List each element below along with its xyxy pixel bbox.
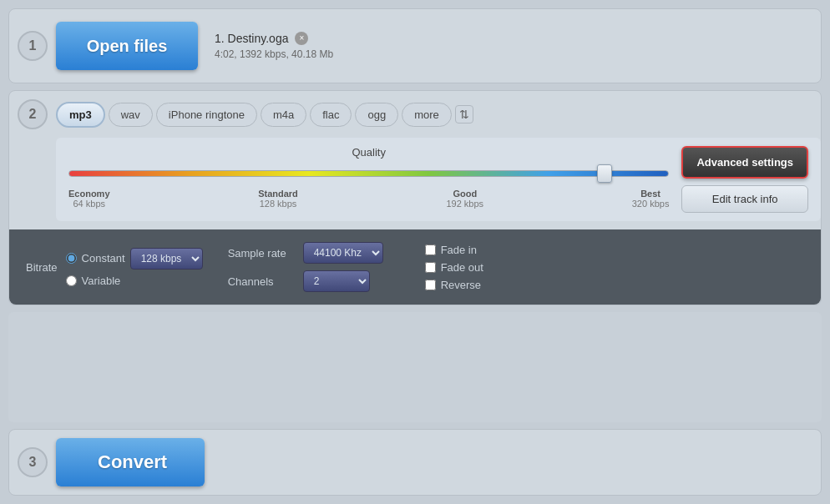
variable-radio[interactable] (66, 275, 77, 286)
section-2: 2 mp3 wav iPhone ringtone m4a flac ogg m… (8, 90, 822, 305)
variable-label: Variable (82, 275, 121, 287)
tab-more[interactable]: more (402, 103, 452, 127)
file-close-button[interactable]: × (295, 32, 308, 45)
quality-markers: Economy 64 kbps Standard 128 kbps Good 1… (68, 189, 669, 209)
fade-in-row: Fade in (425, 244, 483, 256)
channels-label: Channels (228, 275, 295, 288)
marker-good: Good 192 kbps (446, 189, 483, 209)
edit-track-button[interactable]: Edit track info (681, 185, 808, 213)
effects-section: Fade in Fade out Reverse (425, 244, 483, 291)
marker-standard-kbps: 128 kbps (258, 199, 298, 209)
marker-economy: Economy 64 kbps (68, 189, 110, 209)
slider-track (68, 170, 669, 177)
slider-thumb[interactable] (597, 164, 612, 183)
step-2-number: 2 (18, 99, 48, 129)
quality-slider-area: Quality Economy 64 kbps Standard 128 kbp… (68, 146, 669, 209)
sample-rate-dropdown[interactable]: 44100 Khz 22050 Khz 48000 Khz (303, 242, 383, 264)
advanced-panel: Bitrate Constant 128 kbps 64 kbps 192 kb… (9, 229, 821, 305)
fade-in-checkbox[interactable] (425, 244, 436, 255)
marker-best-label: Best (632, 189, 670, 199)
advanced-settings-button[interactable]: Advanced settings (681, 146, 808, 179)
quality-slider-container (68, 165, 669, 182)
tab-mp3[interactable]: mp3 (56, 102, 105, 128)
marker-good-label: Good (446, 189, 483, 199)
sample-rate-section: Sample rate 44100 Khz 22050 Khz 48000 Kh… (228, 242, 383, 292)
constant-row: Constant 128 kbps 64 kbps 192 kbps 320 k… (66, 248, 203, 270)
fade-out-row: Fade out (425, 261, 483, 274)
format-tabs: mp3 wav iPhone ringtone m4a flac ogg mor… (56, 93, 821, 136)
section-1: 1 Open files 1. Destiny.oga × 4:02, 1392… (8, 8, 822, 83)
bitrate-dropdown[interactable]: 128 kbps 64 kbps 192 kbps 320 kbps (130, 248, 203, 270)
marker-best-kbps: 320 kbps (632, 199, 670, 209)
tab-flac[interactable]: flac (310, 103, 352, 127)
section-2-header: 2 mp3 wav iPhone ringtone m4a flac ogg m… (9, 91, 821, 138)
bitrate-label: Bitrate (26, 261, 58, 274)
step-3-number: 3 (18, 447, 48, 477)
channels-dropdown[interactable]: 2 1 (303, 270, 370, 292)
sample-rate-label: Sample rate (228, 247, 295, 260)
fade-in-label: Fade in (441, 244, 477, 256)
marker-standard-label: Standard (258, 189, 298, 199)
tab-ogg[interactable]: ogg (355, 103, 398, 127)
convert-button[interactable]: Convert (56, 438, 205, 486)
step-1-number: 1 (18, 31, 48, 61)
reverse-label: Reverse (441, 279, 481, 291)
variable-row: Variable (66, 275, 203, 287)
constant-label: Constant (82, 252, 125, 265)
open-files-button[interactable]: Open files (56, 22, 198, 70)
file-name: 1. Destiny.oga (215, 32, 288, 45)
middle-area (8, 312, 822, 422)
tab-wav[interactable]: wav (109, 103, 153, 127)
marker-standard: Standard 128 kbps (258, 189, 298, 209)
marker-best: Best 320 kbps (632, 189, 670, 209)
fade-out-label: Fade out (441, 261, 483, 274)
channels-row: Channels 2 1 (228, 270, 383, 292)
bitrate-options: Constant 128 kbps 64 kbps 192 kbps 320 k… (66, 248, 203, 287)
marker-economy-label: Economy (68, 189, 110, 199)
reverse-row: Reverse (425, 279, 483, 291)
marker-good-kbps: 192 kbps (446, 199, 483, 209)
marker-economy-kbps: 64 kbps (68, 199, 110, 209)
quality-buttons: Advanced settings Edit track info (681, 146, 808, 213)
bitrate-section: Bitrate Constant 128 kbps 64 kbps 192 kb… (26, 248, 203, 287)
file-info: 1. Destiny.oga × 4:02, 1392 kbps, 40.18 … (215, 32, 333, 60)
tab-m4a[interactable]: m4a (261, 103, 306, 127)
file-name-row: 1. Destiny.oga × (215, 32, 333, 45)
sample-rate-row: Sample rate 44100 Khz 22050 Khz 48000 Kh… (228, 242, 383, 264)
reverse-checkbox[interactable] (425, 280, 436, 290)
quality-label: Quality (68, 146, 669, 159)
constant-radio[interactable] (66, 253, 77, 264)
tab-iphone-ringtone[interactable]: iPhone ringtone (156, 103, 257, 127)
file-metadata: 4:02, 1392 kbps, 40.18 Mb (215, 48, 333, 60)
fade-out-checkbox[interactable] (425, 262, 436, 273)
quality-section: Quality Economy 64 kbps Standard 128 kbp… (56, 138, 821, 221)
sort-arrows-icon[interactable]: ⇅ (455, 105, 473, 123)
app-container: 1 Open files 1. Destiny.oga × 4:02, 1392… (0, 0, 830, 504)
section-3: 3 Convert (8, 429, 822, 496)
